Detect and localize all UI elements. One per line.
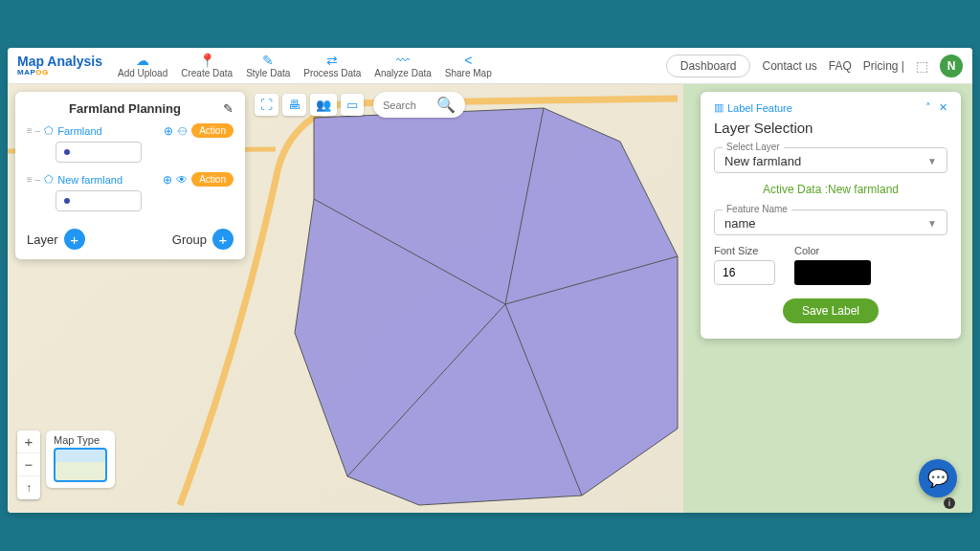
map-type-label: Map Type xyxy=(54,434,107,446)
feature-name-dropdown[interactable]: Feature Name name ▼ xyxy=(714,209,947,235)
chevron-down-icon: ▼ xyxy=(927,218,937,229)
edit-title-icon[interactable]: ✎ xyxy=(223,101,234,116)
nav-analyze-data[interactable]: 〰 Analyze Data xyxy=(368,51,436,80)
nav-share-map[interactable]: < Share Map xyxy=(439,51,498,80)
visibility-off-icon[interactable]: ⦵ xyxy=(177,124,188,138)
info-icon[interactable]: i xyxy=(944,497,955,509)
font-size-input[interactable] xyxy=(714,260,775,285)
avatar[interactable]: N xyxy=(940,55,963,77)
logo[interactable]: Map Analysis MAPOG xyxy=(17,55,102,77)
histogram-icon: ▥ xyxy=(714,101,724,114)
pricing-link[interactable]: Pricing | xyxy=(863,59,904,73)
north-arrow-button[interactable]: ↑ xyxy=(17,476,40,499)
visibility-on-icon[interactable]: 👁 xyxy=(176,173,188,187)
save-label-button[interactable]: Save Label xyxy=(783,298,879,323)
apps-icon[interactable]: ⬚ xyxy=(916,58,928,74)
action-chip[interactable]: Action xyxy=(191,172,234,187)
layer-row-farmland[interactable]: ≡ – ⬠ Farmland ⊕ ⦵ Action xyxy=(27,123,234,138)
color-picker[interactable] xyxy=(794,260,871,285)
polygon-icon: ⬠ xyxy=(44,124,54,137)
share-icon: < xyxy=(464,53,472,68)
plus-icon: + xyxy=(212,229,234,250)
layer-selection-title: Layer Selection xyxy=(714,120,947,136)
print-tool[interactable]: 🖶 xyxy=(282,94,306,116)
select-layer-dropdown[interactable]: Select Layer New farmland ▼ xyxy=(714,147,947,173)
measure-tool[interactable]: ▭ xyxy=(341,94,364,116)
nav-style-data[interactable]: ✎ Style Data xyxy=(240,51,296,80)
chat-fab[interactable]: 💬 xyxy=(919,459,957,497)
search-icon: 🔍 xyxy=(436,96,456,114)
style-preview[interactable] xyxy=(56,190,142,211)
upload-icon: ☁ xyxy=(136,53,149,68)
plus-icon: + xyxy=(64,229,85,250)
chevron-down-icon: ▼ xyxy=(927,156,937,166)
basemap-thumb[interactable] xyxy=(54,448,107,482)
header-right: Dashboard Contact us FAQ Pricing | ⬚ N xyxy=(666,55,963,77)
color-label: Color xyxy=(794,245,871,256)
style-icon: ✎ xyxy=(262,53,274,68)
polygon-icon: ⬠ xyxy=(44,173,54,186)
zoom-to-icon[interactable]: ⊕ xyxy=(164,124,173,138)
add-group-button[interactable]: Group + xyxy=(172,229,234,250)
font-size-label: Font Size xyxy=(714,245,775,256)
zoom-to-icon[interactable]: ⊕ xyxy=(163,173,172,187)
map-toolbar: ⛶ 🖶 👥 ▭ 🔍 xyxy=(255,92,465,118)
active-data-label: Active Data :New farmland xyxy=(714,183,947,196)
logo-subtitle: MAPOG xyxy=(17,68,102,77)
style-preview[interactable] xyxy=(56,142,142,163)
drag-handle-icon[interactable]: ≡ – xyxy=(27,174,40,185)
label-feature-tab[interactable]: Label Feature xyxy=(727,102,792,114)
faq-link[interactable]: FAQ xyxy=(829,59,852,73)
zoom-in-button[interactable]: + xyxy=(17,430,40,453)
map-canvas[interactable]: ⛶ 🖶 👥 ▭ 🔍 Farmland Planning ✎ ≡ – ⬠ Farm… xyxy=(8,84,972,513)
label-feature-panel: ▥ Label Feature ˄ ✕ Layer Selection Sele… xyxy=(701,92,961,339)
nav-create-data[interactable]: 📍 Create Data xyxy=(175,51,238,80)
drag-handle-icon[interactable]: ≡ – xyxy=(27,125,40,136)
search-input[interactable] xyxy=(383,99,431,111)
process-icon: ⇄ xyxy=(326,53,338,68)
action-chip[interactable]: Action xyxy=(191,123,234,138)
header: Map Analysis MAPOG ☁ Add Upload 📍 Create… xyxy=(8,48,972,84)
add-layer-button[interactable]: Layer + xyxy=(27,229,85,250)
pin-icon: 📍 xyxy=(199,53,215,68)
fullscreen-tool[interactable]: ⛶ xyxy=(255,94,278,116)
layer-row-new-farmland[interactable]: ≡ – ⬠ New farmland ⊕ 👁 Action xyxy=(27,172,234,187)
close-icon[interactable]: ✕ xyxy=(939,101,947,114)
analyze-icon: 〰 xyxy=(396,53,410,68)
nav-add-upload[interactable]: ☁ Add Upload xyxy=(112,51,173,80)
layers-panel: Farmland Planning ✎ ≡ – ⬠ Farmland ⊕ ⦵ A… xyxy=(15,92,245,259)
nav-items: ☁ Add Upload 📍 Create Data ✎ Style Data … xyxy=(112,51,498,80)
layers-panel-title: Farmland Planning xyxy=(69,101,181,116)
share-tool[interactable]: 👥 xyxy=(310,94,337,116)
logo-title: Map Analysis xyxy=(17,55,102,68)
zoom-out-button[interactable]: − xyxy=(17,453,40,476)
svg-marker-0 xyxy=(295,108,678,505)
style-dot-icon xyxy=(64,149,70,155)
search-box[interactable]: 🔍 xyxy=(373,92,465,118)
zoom-controls: + − ↑ xyxy=(17,430,40,499)
map-type-selector[interactable]: Map Type xyxy=(46,430,115,488)
collapse-icon[interactable]: ˄ xyxy=(925,101,931,114)
dashboard-button[interactable]: Dashboard xyxy=(666,55,751,77)
nav-process-data[interactable]: ⇄ Process Data xyxy=(298,51,367,80)
contact-link[interactable]: Contact us xyxy=(762,59,816,73)
style-dot-icon xyxy=(64,198,70,204)
